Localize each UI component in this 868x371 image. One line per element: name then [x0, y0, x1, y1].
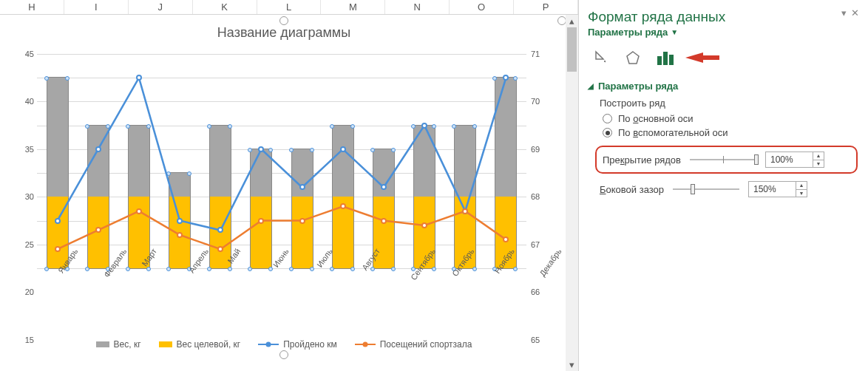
radio-label: По основной оси [618, 113, 694, 124]
line-marker[interactable] [340, 203, 346, 209]
format-tabs [588, 48, 858, 67]
category-label: Ноябрь [492, 247, 516, 275]
line-marker[interactable] [421, 222, 427, 228]
svg-marker-0 [627, 52, 639, 64]
radio-icon [603, 114, 612, 123]
chart-title[interactable]: Название диаграммы [4, 25, 563, 41]
line-marker[interactable] [462, 208, 468, 214]
plot-area[interactable] [37, 54, 526, 268]
task-pane-options-icon[interactable]: ▾ [841, 7, 847, 18]
gap-width-control: Боковой зазор 150% ▲▼ [600, 181, 858, 197]
annotation-arrow-line [702, 55, 719, 60]
svg-rect-2 [663, 52, 668, 65]
line-marker[interactable] [381, 218, 387, 224]
series-overlap-control: Прекрытие рядов 100% ▲▼ [595, 146, 858, 174]
column-ruler: HIJKLMNOP [0, 0, 578, 15]
plot-area-wrapper: 454035302520151050 71706968676665646362 [19, 54, 544, 268]
legend-label: Вес, кг [114, 339, 141, 350]
scroll-thumb[interactable] [567, 27, 577, 72]
line-marker[interactable] [177, 218, 183, 224]
vertical-scrollbar[interactable]: ▴ ▾ [566, 15, 578, 371]
category-label: Июнь [271, 247, 290, 269]
scroll-track[interactable] [566, 27, 578, 358]
chart-object[interactable]: Название диаграммы 454035302520151050 71… [4, 25, 563, 359]
line-marker[interactable] [136, 208, 142, 214]
column-header[interactable]: P [514, 0, 578, 14]
category-label: Октябрь [450, 247, 475, 278]
line-marker[interactable] [381, 184, 387, 190]
overlap-input[interactable]: 100% ▲▼ [765, 152, 824, 168]
line-marker[interactable] [136, 75, 142, 81]
legend-label: Посещений спортзала [380, 339, 472, 350]
gap-value: 150% [749, 184, 796, 194]
category-label: Декабрь [538, 247, 563, 278]
column-header[interactable]: L [257, 0, 322, 14]
format-pane: ▾ ✕ Формат ряда данных Параметры ряда ▼ … [578, 0, 868, 371]
secondary-axis-radio[interactable]: По вспомогательной оси [603, 127, 858, 138]
category-label: Январь [56, 247, 79, 275]
spin-up[interactable]: ▲ [796, 182, 807, 190]
scroll-up-button[interactable]: ▴ [566, 15, 578, 27]
column-header[interactable]: N [385, 0, 450, 14]
selection-handle[interactable] [279, 16, 288, 25]
line-marker[interactable] [258, 146, 264, 152]
slider-handle[interactable] [691, 184, 695, 194]
category-label: Февраль [102, 247, 128, 279]
annotation-arrow [685, 52, 703, 63]
line-marker[interactable] [258, 218, 264, 224]
line-marker[interactable] [95, 227, 101, 233]
legend-entry-weight[interactable]: Вес, кг [96, 339, 141, 350]
legend-label: Вес целевой, кг [177, 339, 241, 350]
category-label: Август [360, 247, 382, 272]
radio-icon [603, 128, 612, 137]
chart-legend[interactable]: Вес, кг Вес целевой, кг Пройдено км Посе… [22, 334, 546, 355]
overlap-slider[interactable] [690, 159, 756, 160]
column-header[interactable]: H [0, 0, 64, 14]
line-marker[interactable] [503, 75, 509, 81]
fill-line-tab[interactable] [591, 48, 610, 67]
gap-input[interactable]: 150% ▲▼ [748, 181, 807, 197]
line-marker[interactable] [421, 123, 427, 129]
primary-axis-radio[interactable]: По основной оси [603, 113, 858, 124]
column-header[interactable]: O [450, 0, 514, 14]
pane-title: Формат ряда данных [588, 9, 858, 25]
category-label: Март [140, 247, 158, 268]
series-options-dropdown[interactable]: Параметры ряда ▼ [588, 27, 678, 38]
svg-rect-1 [657, 56, 662, 65]
effects-tab[interactable] [623, 48, 642, 67]
line-marker[interactable] [55, 218, 61, 224]
close-icon[interactable]: ✕ [851, 7, 859, 18]
overlap-label: Прекрытие рядов [603, 154, 681, 166]
legend-entry-gym[interactable]: Посещений спортзала [355, 339, 472, 350]
collapse-icon: ◢ [588, 82, 594, 90]
line-marker[interactable] [177, 232, 183, 238]
slider-handle[interactable] [754, 154, 759, 165]
column-header[interactable]: I [64, 0, 129, 14]
column-header[interactable]: J [129, 0, 193, 14]
category-label: Апрель [186, 247, 209, 274]
radio-label: По вспомогательной оси [618, 127, 728, 138]
spin-up[interactable]: ▲ [813, 152, 824, 160]
column-header[interactable]: M [321, 0, 385, 14]
line-marker[interactable] [340, 146, 346, 152]
spin-down[interactable]: ▼ [796, 190, 807, 197]
column-header[interactable]: K [193, 0, 257, 14]
series-options-label: Параметры ряда [588, 27, 668, 38]
chevron-down-icon: ▼ [671, 28, 678, 36]
legend-entry-km[interactable]: Пройдено км [258, 339, 337, 350]
section-header[interactable]: ◢ Параметры ряда [588, 81, 858, 92]
gap-slider[interactable] [673, 188, 739, 190]
line-marker[interactable] [299, 184, 305, 190]
primary-axis: 454035302520151050 [16, 54, 34, 268]
series-options-tab[interactable] [656, 48, 675, 67]
category-axis: ЯнварьФевральМартАпрельМайИюньИюльАвгуст… [22, 242, 546, 290]
line-marker[interactable] [217, 227, 223, 233]
line-marker[interactable] [95, 146, 101, 152]
category-label: Сентябрь [409, 247, 437, 282]
legend-entry-target[interactable]: Вес целевой, кг [159, 339, 241, 350]
scroll-down-button[interactable]: ▾ [566, 358, 578, 371]
category-label: Июль [314, 247, 333, 269]
section-title: Параметры ряда [598, 81, 678, 92]
spin-down[interactable]: ▼ [813, 160, 824, 168]
line-marker[interactable] [299, 218, 305, 224]
